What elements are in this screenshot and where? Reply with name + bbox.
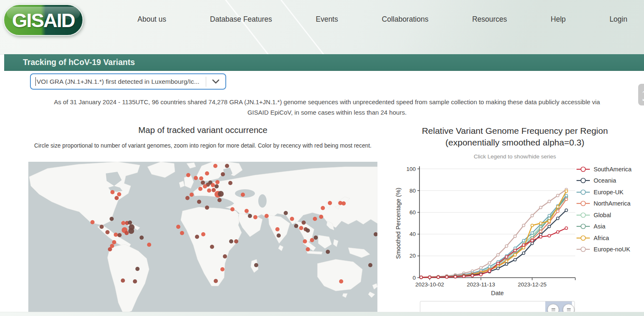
variant-occurrence-dot — [230, 207, 235, 211]
footer-band — [0, 312, 644, 316]
variant-occurrence-dot — [140, 236, 144, 240]
frequency-chart-svg: 0204060801002023-10-022023-11-132023-12-… — [394, 162, 579, 299]
variant-occurrence-dot — [275, 227, 280, 231]
variant-occurrence-dot — [253, 215, 257, 219]
legend-label: Africa — [594, 235, 609, 241]
variant-occurrence-dot — [205, 171, 209, 176]
variant-occurrence-dot — [294, 224, 298, 228]
variant-occurrence-dot — [313, 217, 317, 221]
variant-occurrence-dot — [185, 196, 190, 200]
arrow-up-right-icon: ↗ — [642, 88, 644, 94]
svg-text:80: 80 — [409, 188, 416, 194]
variant-occurrence-dot — [339, 279, 343, 283]
gisaid-logo[interactable]: GISAID — [3, 4, 83, 36]
variant-occurrence-dot — [194, 176, 198, 180]
variant-occurrence-dot — [205, 206, 209, 210]
variant-occurrence-dot — [328, 201, 332, 205]
variant-occurrence-dot — [217, 198, 222, 202]
series-Europe-noUK — [420, 188, 568, 278]
variant-occurrence-dot — [314, 236, 318, 240]
variant-occurrence-dot — [321, 206, 325, 210]
variant-occurrence-dot — [218, 191, 224, 197]
variant-occurrence-dot — [306, 228, 310, 233]
expand-button[interactable]: ↗ ↙ — [638, 84, 644, 105]
svg-text:2023-11-13: 2023-11-13 — [467, 281, 495, 288]
legend-item-Asia[interactable]: Asia — [576, 221, 643, 233]
legend-item-Europe-noUK[interactable]: Europe-noUK — [576, 244, 643, 256]
summary-text: As of 31 January 2024 - 1135UTC, 96 coun… — [44, 97, 610, 118]
svg-text:100: 100 — [406, 166, 416, 172]
variant-occurrence-dot — [277, 233, 281, 238]
variant-occurrence-dot — [176, 225, 180, 229]
legend-item-SouthAmerica[interactable]: SouthAmerica — [576, 163, 643, 175]
variant-occurrence-dot — [180, 231, 184, 235]
legend-item-Global[interactable]: Global — [576, 209, 643, 221]
main-nav: About usDatabase FeaturesEventsCollabora… — [137, 0, 627, 38]
nav-item-collaborations[interactable]: Collaborations — [382, 15, 429, 24]
variant-occurrence-dot — [310, 238, 314, 242]
legend-marker-icon — [576, 246, 591, 253]
variant-occurrence-dot — [368, 263, 372, 267]
world-map[interactable] — [28, 162, 377, 312]
series-SouthAmerica — [420, 227, 568, 278]
variant-occurrence-dot — [121, 278, 125, 283]
nav-item-resources[interactable]: Resources — [472, 15, 507, 24]
variant-occurrence-dot — [241, 193, 245, 197]
chevron-down-icon[interactable] — [206, 79, 225, 84]
variant-occurrence-dot — [128, 221, 132, 225]
top-banner: GISAID About usDatabase FeaturesEventsCo… — [0, 0, 644, 55]
legend-label: Asia — [594, 223, 605, 230]
variant-occurrence-dot — [190, 193, 194, 197]
variant-occurrence-dot — [100, 225, 104, 229]
legend-marker-icon — [576, 223, 591, 230]
variant-occurrence-dot — [147, 243, 151, 247]
variant-occurrence-dot — [133, 279, 137, 283]
variant-select[interactable]: VOI GRA (JN.1+JN.1.*) first detected in … — [30, 73, 226, 90]
variant-occurrence-dot — [299, 226, 303, 230]
legend-marker-icon — [576, 177, 591, 184]
legend-marker-icon — [576, 211, 591, 219]
variant-occurrence-dot — [125, 231, 129, 235]
legend-item-Europe-UK[interactable]: Europe-UK — [576, 186, 643, 198]
nav-item-database-features[interactable]: Database Features — [210, 15, 272, 24]
svg-text:Date: Date — [491, 290, 504, 296]
variant-occurrence-dot — [248, 214, 252, 218]
svg-text:60: 60 — [409, 209, 416, 216]
variant-occurrence-dot — [306, 247, 310, 251]
arrow-down-left-icon: ↙ — [642, 95, 644, 102]
legend-label: Europe-UK — [594, 189, 624, 196]
variant-occurrence-dot — [220, 267, 225, 271]
legend-item-Oceania[interactable]: Oceania — [576, 175, 643, 187]
nav-item-help[interactable]: Help — [551, 15, 566, 24]
variant-occurrence-dot — [221, 172, 225, 176]
nav-item-login[interactable]: Login — [609, 15, 627, 24]
variant-occurrence-dot — [225, 164, 229, 168]
series-Global — [420, 196, 568, 279]
variant-select-value: VOI GRA (JN.1+JN.1.*) first detected in … — [37, 78, 206, 85]
variant-occurrence-dot — [303, 239, 307, 243]
legend-marker-icon — [576, 234, 591, 242]
variant-occurrence-dot — [199, 176, 203, 181]
legend-item-Africa[interactable]: Africa — [576, 232, 643, 244]
variant-occurrence-dot — [290, 217, 294, 221]
variant-occurrence-dot — [114, 233, 118, 237]
tracking-bar-title: Tracking of hCoV-19 Variants — [4, 58, 135, 67]
variant-occurrence-dot — [210, 245, 214, 249]
variant-occurrence-dot — [212, 188, 216, 192]
variant-occurrence-dot — [245, 209, 249, 213]
legend-marker-icon — [576, 188, 591, 196]
variant-occurrence-dot — [203, 184, 207, 188]
variant-occurrence-dot — [90, 220, 95, 224]
legend-label: Oceania — [594, 177, 616, 184]
world-map-svg — [28, 162, 377, 312]
variant-occurrence-dot — [117, 233, 122, 237]
legend-item-NorthAmerica[interactable]: NorthAmerica — [576, 198, 643, 210]
chart-legend: SouthAmericaOceaniaEurope-UKNorthAmerica… — [576, 163, 643, 255]
variant-occurrence-dot — [342, 201, 346, 206]
variant-occurrence-dot — [112, 240, 116, 244]
nav-item-about-us[interactable]: About us — [137, 15, 166, 24]
tracking-bar: Tracking of hCoV-19 Variants — [4, 54, 644, 71]
variant-occurrence-dot — [326, 250, 330, 254]
variant-occurrence-dot — [201, 232, 205, 236]
nav-item-events[interactable]: Events — [316, 15, 338, 24]
